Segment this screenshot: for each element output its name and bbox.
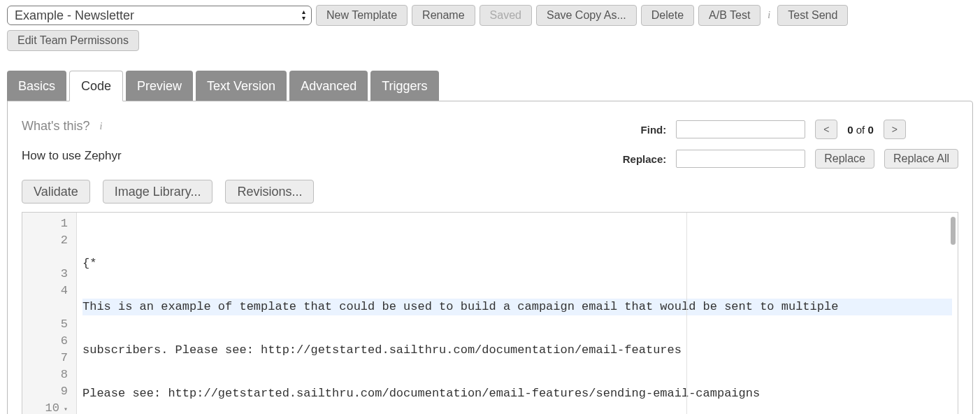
find-input[interactable] bbox=[676, 120, 805, 138]
select-arrows-icon: ▴▾ bbox=[302, 9, 305, 21]
info-icon[interactable]: i bbox=[765, 10, 773, 21]
replace-all-button[interactable]: Replace All bbox=[884, 149, 958, 169]
replace-label: Replace: bbox=[610, 153, 666, 165]
find-prev-button[interactable]: < bbox=[815, 120, 837, 139]
tab-advanced[interactable]: Advanced bbox=[289, 71, 368, 101]
find-replace-panel: Find: < 0 of 0 > Replace: Replace Replac… bbox=[610, 119, 958, 178]
whats-this-link[interactable]: What's this? i bbox=[22, 119, 314, 134]
how-to-use-zephyr-link[interactable]: How to use Zephyr bbox=[22, 149, 314, 163]
replace-button[interactable]: Replace bbox=[815, 149, 874, 169]
print-margin bbox=[686, 213, 687, 414]
new-template-button[interactable]: New Template bbox=[316, 5, 408, 26]
validate-button[interactable]: Validate bbox=[22, 180, 90, 204]
image-library-button[interactable]: Image Library... bbox=[103, 180, 213, 204]
edit-team-permissions-button[interactable]: Edit Team Permissons bbox=[7, 30, 139, 51]
find-label: Find: bbox=[610, 124, 666, 136]
tab-triggers[interactable]: Triggers bbox=[370, 71, 438, 101]
tab-preview[interactable]: Preview bbox=[126, 71, 193, 101]
code-editor[interactable]: 1 2 3 4 5 6 7 8 9 10 {* This is an examp… bbox=[22, 212, 958, 414]
info-icon: i bbox=[96, 121, 105, 132]
tab-basics[interactable]: Basics bbox=[7, 71, 66, 101]
test-send-button[interactable]: Test Send bbox=[777, 5, 848, 26]
rename-button[interactable]: Rename bbox=[412, 5, 475, 26]
code-tab-panel: What's this? i How to use Zephyr Validat… bbox=[7, 101, 973, 414]
template-name: Example - Newsletter bbox=[15, 8, 134, 23]
tabs: Basics Code Preview Text Version Advance… bbox=[0, 51, 980, 101]
delete-button[interactable]: Delete bbox=[641, 5, 694, 26]
scrollbar-thumb[interactable] bbox=[951, 217, 956, 245]
replace-input[interactable] bbox=[676, 150, 805, 168]
tab-text-version[interactable]: Text Version bbox=[196, 71, 287, 101]
top-toolbar: Example - Newsletter ▴▾ New Template Ren… bbox=[0, 0, 980, 26]
ab-test-button[interactable]: A/B Test bbox=[698, 5, 761, 26]
saved-button: Saved bbox=[480, 5, 532, 26]
revisions-button[interactable]: Revisions... bbox=[225, 180, 314, 204]
save-copy-as-button[interactable]: Save Copy As... bbox=[536, 5, 637, 26]
template-select[interactable]: Example - Newsletter ▴▾ bbox=[7, 6, 312, 25]
tab-code[interactable]: Code bbox=[69, 71, 123, 101]
find-counter: 0 of 0 bbox=[847, 124, 874, 136]
find-next-button[interactable]: > bbox=[884, 120, 906, 139]
code-area[interactable]: {* This is an example of template that c… bbox=[77, 213, 958, 414]
line-gutter: 1 2 3 4 5 6 7 8 9 10 bbox=[22, 213, 77, 414]
